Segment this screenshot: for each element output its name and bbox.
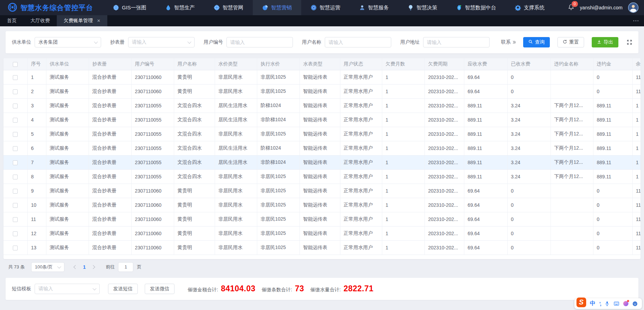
- total-amount-label: 催缴金额合计:: [188, 287, 218, 293]
- search-icon: [528, 39, 533, 45]
- user-name-input[interactable]: [325, 37, 391, 47]
- table-cell: 5: [27, 127, 46, 141]
- notification-bell[interactable]: 0: [568, 4, 574, 11]
- nav-item-2[interactable]: 智慧管网: [204, 0, 253, 15]
- table-cell: 下两个月12...: [551, 113, 593, 127]
- row-checkbox[interactable]: [13, 160, 18, 165]
- expand-filters[interactable]: 联系: [501, 39, 516, 45]
- nav-item-7[interactable]: 智慧数据中台: [447, 0, 506, 15]
- next-page-icon[interactable]: [91, 265, 95, 269]
- row-checkbox[interactable]: [13, 146, 18, 151]
- table-cell: 非居民用水: [215, 84, 257, 98]
- row-checkbox[interactable]: [13, 118, 18, 123]
- keyboard-icon[interactable]: [614, 301, 619, 307]
- table-cell: 3.24: [507, 113, 551, 127]
- page-size-value: 100条/页: [35, 264, 53, 270]
- user-email[interactable]: yanshi@admin.com: [580, 5, 623, 10]
- goto-page-input[interactable]: [118, 262, 133, 272]
- table-cell: 202310-202...: [424, 226, 464, 240]
- row-checkbox[interactable]: [13, 104, 18, 108]
- tab-1[interactable]: 大厅收费: [24, 15, 57, 26]
- page-size-select[interactable]: 100条/页: [31, 262, 64, 272]
- send-sms-button[interactable]: 发送短信: [108, 284, 138, 294]
- row-checkbox[interactable]: [13, 132, 18, 137]
- close-tab-icon[interactable]: [97, 18, 100, 23]
- table-row[interactable]: 9测试服务混合抄表册2307110060黄贵明非居民用水非居民1025智能远传表…: [3, 184, 641, 198]
- table-row[interactable]: 6测试服务混合抄表册2307110055文混合四水居民生活用水阶梯1024智能远…: [3, 141, 641, 155]
- tab-bar: 首页大厅收费欠费账单管理: [0, 15, 644, 26]
- table-cell: 正常用水用户: [340, 141, 382, 155]
- nav-item-5[interactable]: 智慧服务: [350, 0, 398, 15]
- nav-item-1[interactable]: 智慧生产: [156, 0, 204, 15]
- table-row[interactable]: 12测试服务混合抄表册2307110060黄贵明非居民用水非居民1025智能远传…: [3, 226, 641, 240]
- col-header: 应收水费: [464, 58, 507, 70]
- export-button[interactable]: 导出: [592, 37, 618, 47]
- reset-button[interactable]: 重置: [557, 37, 584, 47]
- sms-template-select[interactable]: 请输入: [35, 284, 100, 294]
- row-checkbox[interactable]: [13, 175, 18, 179]
- table-row[interactable]: 13测试服务混合抄表册2307110060黄贵明非居民用水非居民1025智能远传…: [3, 240, 641, 255]
- punctuation-icon[interactable]: ’,: [599, 301, 601, 307]
- row-checkbox[interactable]: [13, 203, 18, 208]
- user-avatar[interactable]: [628, 2, 638, 13]
- more-tabs-icon[interactable]: [633, 18, 639, 24]
- table-row[interactable]: 1测试服务混合抄表册2307110060黄贵明非居民用水非居民1025智能远传表…: [3, 70, 641, 84]
- table-cell: 2307110060: [131, 184, 174, 198]
- row-checkbox[interactable]: [13, 231, 18, 236]
- col-header: 执行水价: [257, 58, 299, 70]
- table-cell: 3.24: [507, 141, 551, 155]
- table-row[interactable]: 7测试服务混合抄表册2307110055文混合四水居民生活用水非阶梯1024智能…: [3, 155, 641, 169]
- supply-unit-select[interactable]: 水务集团: [35, 37, 101, 47]
- table-cell: 1: [382, 127, 424, 141]
- table-cell: 1: [382, 141, 424, 155]
- row-checkbox[interactable]: [13, 75, 18, 80]
- nav-item-3[interactable]: 智慧营销: [253, 0, 301, 15]
- row-checkbox[interactable]: [13, 246, 18, 250]
- row-checkbox[interactable]: [13, 217, 18, 222]
- row-checkbox[interactable]: [13, 189, 18, 194]
- checkbox-cell: [3, 212, 27, 226]
- nav-item-0[interactable]: GIS一张图: [104, 0, 156, 15]
- emoji-icon[interactable]: [632, 301, 638, 307]
- tab-0[interactable]: 首页: [0, 15, 24, 26]
- table-row[interactable]: 10测试服务混合抄表册2307110060黄贵明非居民用水非居民1025智能远传…: [3, 198, 641, 212]
- skin-palette-icon[interactable]: [623, 301, 628, 306]
- chinese-mode-icon[interactable]: 中: [590, 300, 596, 307]
- table-cell: 202310-202...: [424, 240, 464, 255]
- table-cell: 0: [507, 70, 551, 84]
- nav-item-8[interactable]: 支撑系统: [506, 0, 554, 15]
- user-code-input[interactable]: [226, 37, 293, 47]
- checkbox-cell: [3, 184, 27, 198]
- table-cell: 测试服务: [46, 113, 89, 127]
- prev-page-icon[interactable]: [73, 265, 77, 269]
- total-volume-label: 催缴水量合计:: [310, 287, 341, 293]
- nav-item-6[interactable]: 智慧决策: [398, 0, 447, 15]
- table-cell: 智能远传表: [299, 184, 340, 198]
- table-cell: 2307110055: [131, 169, 174, 184]
- search-button[interactable]: 查询: [523, 37, 550, 47]
- top-navbar: 智慧水务综合管控平台 GIS一张图智慧生产智慧管网智慧营销智慧运营智慧服务智慧决…: [0, 0, 644, 15]
- send-wechat-button[interactable]: 发送微信: [145, 284, 175, 294]
- table-row[interactable]: 3测试服务混合抄表册2307110055文混合四水居民生活用水阶梯1024智能远…: [3, 98, 641, 113]
- user-address-input[interactable]: [423, 37, 490, 47]
- water-drop-icon: [165, 5, 171, 11]
- fullscreen-icon[interactable]: [627, 39, 632, 45]
- total-bills-group: 催缴条数合计: 73: [262, 284, 304, 293]
- table-row[interactable]: 11测试服务混合抄表册2307110060黄贵明非居民用水非居民1025智能远传…: [3, 212, 641, 226]
- table-row[interactable]: 5测试服务混合抄表册2307110055文混合四水非居民用水非居民1025智能远…: [3, 127, 641, 141]
- table-row[interactable]: 2测试服务混合抄表册2307110060黄贵明非居民用水非居民1025智能远传表…: [3, 84, 641, 98]
- table-row[interactable]: 4测试服务混合抄表册2307110055文混合四水居民生活用水非阶梯1024智能…: [3, 113, 641, 127]
- table-cell: 889.11: [593, 113, 632, 127]
- row-checkbox[interactable]: [13, 89, 18, 94]
- tab-2[interactable]: 欠费账单管理: [57, 15, 107, 26]
- operation-icon: [311, 5, 317, 11]
- table-cell: 测试服务: [46, 184, 89, 198]
- meter-book-select[interactable]: 请输入: [128, 37, 195, 47]
- select-all-checkbox[interactable]: [13, 62, 18, 67]
- table-row[interactable]: 8测试服务混合抄表册2307110055文混合四水非居民用水非居民1025智能远…: [3, 169, 641, 184]
- nav-item-4[interactable]: 智慧运营: [301, 0, 350, 15]
- sogou-input-icon[interactable]: S: [576, 298, 586, 307]
- microphone-icon[interactable]: [605, 301, 610, 306]
- table-cell: 3.24: [507, 127, 551, 141]
- current-page-number[interactable]: 1: [83, 264, 86, 270]
